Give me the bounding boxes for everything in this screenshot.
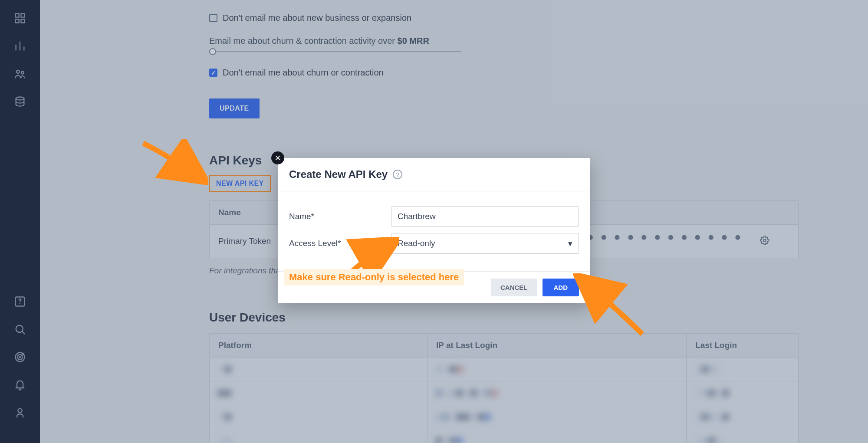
cell-ip: [427, 358, 687, 381]
access-level-label: Access Level*: [289, 239, 391, 248]
checkbox-label: Don't email me about new business or exp…: [223, 13, 411, 23]
cell-platform: [210, 358, 427, 381]
col-actions: [751, 201, 799, 225]
svg-rect-3: [21, 19, 24, 23]
svg-rect-0: [16, 14, 19, 17]
table-row: [210, 381, 799, 405]
gear-icon[interactable]: [760, 236, 769, 245]
bell-icon[interactable]: [14, 379, 26, 391]
database-icon[interactable]: [14, 95, 26, 108]
svg-point-13: [764, 239, 766, 242]
close-icon[interactable]: ✕: [271, 151, 284, 164]
people-icon[interactable]: [14, 68, 26, 80]
devices-table: Platform IP at Last Login Last Login: [209, 333, 799, 443]
col-last-login: Last Login: [687, 334, 799, 358]
col-platform: Platform: [210, 334, 427, 358]
cell-last: [687, 405, 799, 429]
mrr-slider[interactable]: [209, 51, 461, 52]
cell-ip: [427, 429, 687, 443]
svg-point-6: [16, 97, 24, 100]
svg-point-5: [21, 72, 24, 74]
table-row: [210, 405, 799, 429]
help-icon[interactable]: [14, 295, 26, 308]
checkbox-business[interactable]: Don't email me about new business or exp…: [209, 13, 799, 23]
slider-thumb[interactable]: [209, 48, 216, 55]
svg-point-11: [20, 357, 20, 358]
checkbox-icon: [209, 14, 217, 22]
cell-last: [687, 381, 799, 405]
checkbox-label: Don't email me about churn or contractio…: [223, 68, 384, 78]
analytics-icon[interactable]: [14, 40, 26, 52]
svg-point-12: [18, 409, 22, 413]
user-icon[interactable]: [14, 407, 26, 419]
cell-platform: [210, 405, 427, 429]
update-button[interactable]: UPDATE: [209, 98, 260, 118]
modal-body: Name* Access Level* Read-only ▾: [278, 191, 590, 271]
table-row: [210, 429, 799, 443]
search-icon[interactable]: [14, 323, 26, 335]
checkbox-churn[interactable]: Don't email me about churn or contractio…: [209, 68, 799, 78]
help-icon[interactable]: ?: [393, 170, 402, 179]
cell-ip: [427, 381, 687, 405]
cell-last: [687, 358, 799, 381]
target-icon[interactable]: [14, 351, 26, 363]
svg-point-4: [16, 70, 20, 73]
add-button[interactable]: ADD: [542, 279, 579, 296]
cell-actions: [751, 225, 799, 258]
modal-header: Create New API Key ?: [278, 158, 590, 191]
name-label: Name*: [289, 212, 391, 221]
dashboard-icon[interactable]: [14, 12, 26, 24]
slider-label: Email me about churn & contraction activ…: [209, 36, 799, 46]
cell-ip: [427, 405, 687, 429]
table-header-row: Platform IP at Last Login Last Login: [210, 334, 799, 358]
checkbox-icon: [209, 69, 217, 77]
new-api-key-button[interactable]: NEW API KEY: [209, 175, 271, 192]
cell-platform: [210, 429, 427, 443]
cell-platform: [210, 381, 427, 405]
table-row: [210, 358, 799, 381]
devices-heading: User Devices: [209, 311, 799, 325]
svg-rect-2: [16, 19, 19, 23]
select-value: Read-only: [398, 239, 435, 248]
divider: [209, 136, 799, 136]
col-ip: IP at Last Login: [427, 334, 687, 358]
name-input[interactable]: [391, 206, 579, 227]
cell-last: [687, 429, 799, 443]
chevron-down-icon: ▾: [568, 239, 572, 249]
modal-title: Create New API Key: [289, 168, 388, 180]
annotation-note: Make sure Read-only is selected here: [284, 269, 464, 285]
svg-rect-1: [21, 14, 24, 17]
access-level-select[interactable]: Read-only ▾: [391, 233, 579, 254]
sidebar-rail: [0, 0, 40, 443]
cancel-button[interactable]: CANCEL: [491, 279, 537, 296]
